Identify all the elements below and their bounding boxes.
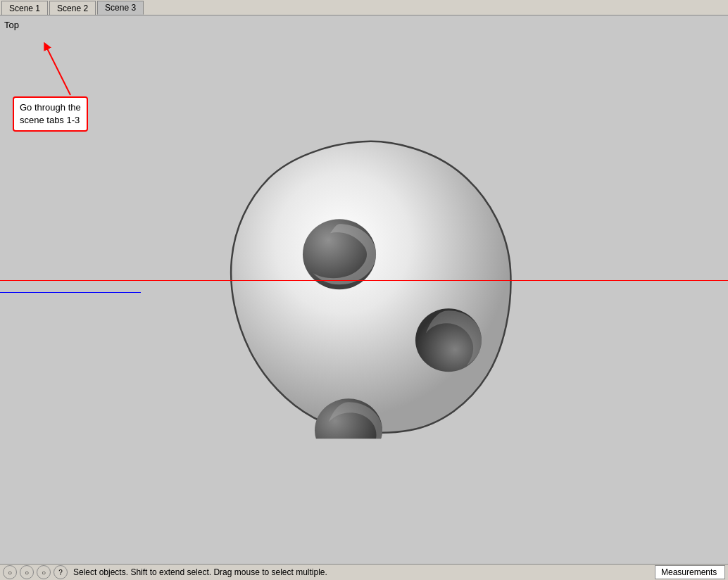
- sphere-svg: [209, 129, 519, 439]
- blue-axis-line: [0, 292, 141, 293]
- status-bar: ○ ○ ○ ? Select objects. Shift to extend …: [0, 564, 728, 580]
- hole-right: [415, 308, 482, 372]
- callout-line1: Go through the: [20, 102, 81, 113]
- callout-line2: scene tabs 1-3: [20, 115, 80, 125]
- callout-arrow: [42, 42, 77, 99]
- status-icon-1[interactable]: ○: [3, 565, 17, 579]
- sphere-body: [231, 141, 510, 432]
- hole-top-left: [303, 219, 376, 289]
- callout-box: Go through the scene tabs 1-3: [13, 96, 88, 132]
- red-axis-line: [0, 280, 728, 281]
- tab-scene1[interactable]: Scene 1: [1, 1, 48, 15]
- svg-line-1: [46, 46, 70, 95]
- sphere-container: [209, 129, 519, 439]
- measurements-box: Measurements: [655, 565, 725, 579]
- tab-scene2[interactable]: Scene 2: [49, 1, 96, 15]
- tab-scene3[interactable]: Scene 3: [97, 1, 144, 15]
- status-icon-3[interactable]: ○: [37, 565, 51, 579]
- status-text: Select objects. Shift to extend select. …: [68, 567, 655, 577]
- viewport: Top Go through the scene tabs 1-3: [0, 15, 728, 564]
- tab-bar: Scene 1 Scene 2 Scene 3: [0, 0, 728, 15]
- status-icon-2[interactable]: ○: [20, 565, 34, 579]
- status-icon-help[interactable]: ?: [54, 565, 68, 579]
- view-label: Top: [4, 20, 19, 30]
